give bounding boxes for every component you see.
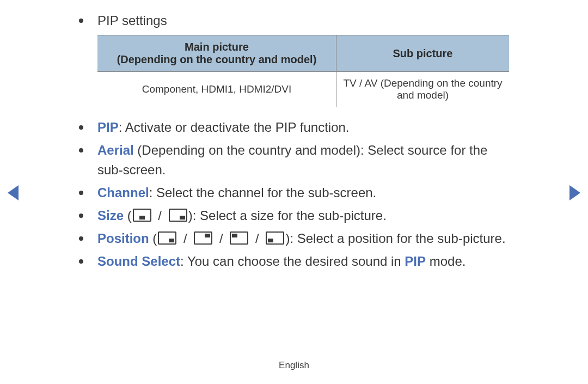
size-option-small-icon [169,209,187,222]
item-text: Size ( / ): Select a size for the sub-pi… [97,206,509,225]
term-sound-select: Sound Select [97,254,180,269]
table-header-main-line1: Main picture [185,41,249,53]
desc: (Depending on the country and model): Se… [97,143,487,177]
nav-prev-icon[interactable] [8,185,19,200]
paren-open: ( [149,231,157,246]
item-text: PIP: Activate or deactivate the PIP func… [97,118,509,137]
desc: : Select the channel for the sub-screen. [149,185,377,200]
bullet-icon [79,191,83,195]
position-top-left-icon [230,231,248,245]
table-header-main-line2: (Depending on the country and model) [117,53,317,65]
separator: / [180,231,191,246]
bullet-icon [79,236,83,241]
term-channel: Channel [97,185,149,200]
term-aerial: Aerial [97,143,134,157]
desc: : Activate or deactivate the PIP functio… [119,120,350,135]
table-header-sub: Sub picture [336,35,509,72]
item-text: Sound Select: You can choose the desired… [97,252,509,271]
inline-pip: PIP [405,254,426,269]
desc: ): Select a size for the sub-picture. [188,208,387,223]
separator: / [155,208,166,223]
table-header-main: Main picture (Depending on the country a… [97,35,336,72]
bullet-icon [79,214,83,218]
size-option-medium-icon [133,209,151,222]
item-size: Size ( / ): Select a size for the sub-pi… [79,206,509,225]
desc: ): Select a position for the sub-picture… [285,231,505,246]
item-text: Aerial (Depending on the country and mod… [97,141,509,180]
term-pip: PIP [97,120,119,135]
pip-sources-table: Main picture (Depending on the country a… [97,35,509,107]
position-top-right-icon [194,231,212,245]
bullet-icon [79,148,83,153]
heading-pip-settings: PIP settings [79,11,509,31]
separator: / [252,231,262,246]
heading-text: PIP settings [97,11,509,31]
item-pip: PIP: Activate or deactivate the PIP func… [79,118,509,137]
item-text: Channel: Select the channel for the sub-… [97,183,509,203]
item-position: Position ( / / / ): Select a position fo… [79,229,509,248]
term-position: Position [97,231,149,246]
nav-next-icon[interactable] [569,185,580,200]
table-row: Component, HDMI1, HDMI2/DVI TV / AV (Dep… [97,72,509,107]
bullet-icon [79,259,83,264]
term-size: Size [97,208,124,223]
desc1: : You can choose the desired sound in [180,254,405,269]
item-channel: Channel: Select the channel for the sub-… [79,183,509,203]
footer-language: English [0,360,588,371]
page-content: PIP settings Main picture (Depending on … [79,11,509,275]
paren-open: ( [124,208,132,223]
separator: / [216,231,226,246]
desc2: mode. [426,254,465,269]
position-bottom-left-icon [266,231,284,245]
item-sound-select: Sound Select: You can choose the desired… [79,252,509,271]
item-text: Position ( / / / ): Select a position fo… [97,229,509,248]
table-cell-main: Component, HDMI1, HDMI2/DVI [97,72,336,107]
item-aerial: Aerial (Depending on the country and mod… [79,141,509,180]
table-cell-sub: TV / AV (Depending on the country and mo… [336,72,509,107]
bullet-icon [79,19,83,23]
bullet-icon [79,125,83,130]
position-bottom-right-icon [158,231,176,245]
